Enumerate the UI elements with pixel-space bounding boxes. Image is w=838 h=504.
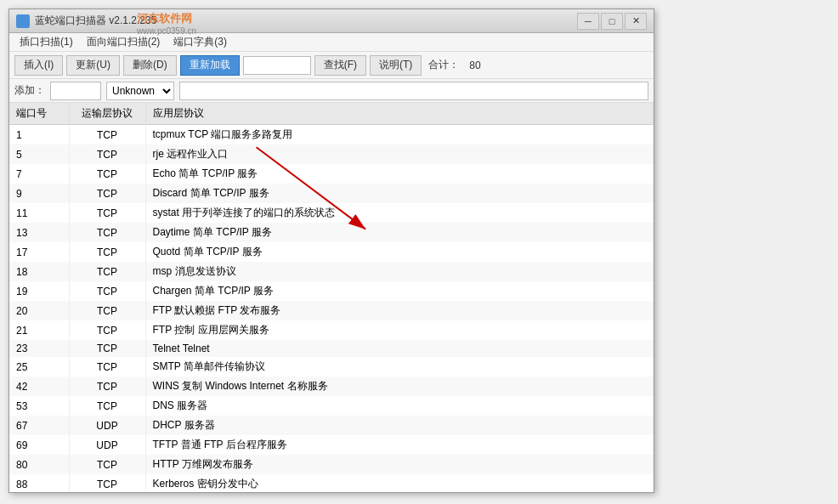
table-row[interactable]: 20TCPFTP 默认赖据 FTP 发布服务 — [9, 301, 654, 320]
cell-port: 19 — [9, 281, 69, 301]
cell-port: 17 — [9, 242, 69, 262]
add-label: 添加： — [14, 83, 45, 98]
cell-app: FTP 默认赖据 FTP 发布服务 — [145, 301, 654, 320]
add-desc-input[interactable] — [179, 82, 648, 100]
menu-item-scan1[interactable]: 插口扫描(1) — [13, 33, 80, 51]
find-button[interactable]: 查找(F) — [314, 55, 366, 76]
update-button[interactable]: 更新(U) — [66, 55, 120, 76]
table-row[interactable]: 25TCPSMTP 简单邮件传输协议 — [9, 357, 654, 377]
cell-app: tcpmux TCP 端口服务多路复用 — [145, 125, 654, 145]
cell-protocol: TCP — [69, 164, 145, 184]
reload-button[interactable]: 重新加载 — [180, 55, 240, 76]
cell-app: Daytime 简单 TCP/IP 服务 — [145, 223, 654, 242]
search-input[interactable] — [243, 56, 311, 75]
cell-port: 53 — [9, 396, 69, 416]
menu-item-dict[interactable]: 端口字典(3) — [167, 33, 234, 51]
table-body: 1TCPtcpmux TCP 端口服务多路复用5TCPrje 远程作业入口7TC… — [9, 125, 654, 493]
table-row[interactable]: 69UDPTFTP 普通 FTP 后台程序服务 — [9, 435, 654, 455]
cell-protocol: TCP — [69, 320, 145, 340]
table-row[interactable]: 1TCPtcpmux TCP 端口服务多路复用 — [9, 125, 654, 145]
table-container[interactable]: 端口号 运输层协议 应用层协议 1TCPtcpmux TCP 端口服务多路复用5… — [9, 103, 654, 492]
cell-port: 67 — [9, 416, 69, 435]
cell-port: 23 — [9, 340, 69, 357]
cell-port: 80 — [9, 455, 69, 474]
table-row[interactable]: 9TCPDiscard 简单 TCP/IP 服务 — [9, 184, 654, 203]
cell-app: Discard 简单 TCP/IP 服务 — [145, 184, 654, 203]
cell-port: 88 — [9, 474, 69, 492]
table-row[interactable]: 80TCPHTTP 万维网发布服务 — [9, 455, 654, 474]
cell-protocol: TCP — [69, 242, 145, 262]
maximize-button[interactable]: □ — [601, 13, 623, 30]
cell-app: DNS 服务器 — [145, 396, 654, 416]
cell-protocol: TCP — [69, 357, 145, 377]
table-row[interactable]: 5TCPrje 远程作业入口 — [9, 144, 654, 164]
add-bar: 添加： Unknown TCP UDP — [9, 79, 654, 103]
delete-button[interactable]: 删除(D) — [123, 55, 177, 76]
cell-app: Telnet Telnet — [145, 340, 654, 357]
cell-port: 42 — [9, 377, 69, 396]
table-row[interactable]: 19TCPChargen 简单 TCP/IP 服务 — [9, 281, 654, 301]
cell-port: 9 — [9, 184, 69, 203]
table-row[interactable]: 11TCPsystat 用于列举连接了的端口的系统状态 — [9, 203, 654, 223]
cell-port: 7 — [9, 164, 69, 184]
title-controls: ─ □ ✕ — [577, 13, 647, 30]
table-row[interactable]: 42TCPWINS 复制 Windows Internet 名称服务 — [9, 377, 654, 396]
cell-protocol: UDP — [69, 435, 145, 455]
cell-protocol: UDP — [69, 416, 145, 435]
cell-protocol: TCP — [69, 184, 145, 203]
cell-app: Chargen 简单 TCP/IP 服务 — [145, 281, 654, 301]
cell-app: WINS 复制 Windows Internet 名称服务 — [145, 377, 654, 396]
cell-port: 21 — [9, 320, 69, 340]
cell-port: 69 — [9, 435, 69, 455]
table-row[interactable]: 23TCPTelnet Telnet — [9, 340, 654, 357]
total-label: 合计： — [425, 58, 462, 72]
cell-protocol: TCP — [69, 223, 145, 242]
cell-app: FTP 控制 应用层网关服务 — [145, 320, 654, 340]
cell-protocol: TCP — [69, 125, 145, 145]
main-window: 蓝蛇端口扫描器 v2.1.2.235 河东软件网 www.pc0359.cn ─… — [8, 8, 654, 493]
table-row[interactable]: 13TCPDaytime 简单 TCP/IP 服务 — [9, 223, 654, 242]
cell-port: 1 — [9, 125, 69, 145]
protocol-select[interactable]: Unknown TCP UDP — [106, 82, 174, 100]
cell-app: systat 用于列举连接了的端口的系统状态 — [145, 203, 654, 223]
cell-app: TFTP 普通 FTP 后台程序服务 — [145, 435, 654, 455]
total-value: 80 — [466, 59, 484, 71]
cell-app: Quotd 简单 TCP/IP 服务 — [145, 242, 654, 262]
cell-protocol: TCP — [69, 474, 145, 492]
cell-port: 25 — [9, 357, 69, 377]
cell-app: Echo 简单 TCP/IP 服务 — [145, 164, 654, 184]
minimize-button[interactable]: ─ — [577, 13, 599, 30]
cell-protocol: TCP — [69, 262, 145, 281]
cell-app: SMTP 简单邮件传输协议 — [145, 357, 654, 377]
main-content: 端口号 运输层协议 应用层协议 1TCPtcpmux TCP 端口服务多路复用5… — [9, 103, 654, 492]
cell-protocol: TCP — [69, 455, 145, 474]
menu-item-scan2[interactable]: 面向端口扫描(2) — [80, 33, 167, 51]
cell-protocol: TCP — [69, 396, 145, 416]
cell-protocol: TCP — [69, 301, 145, 320]
title-bar-left: 蓝蛇端口扫描器 v2.1.2.235 — [16, 14, 156, 28]
table-row[interactable]: 7TCPEcho 简单 TCP/IP 服务 — [9, 164, 654, 184]
cell-app: HTTP 万维网发布服务 — [145, 455, 654, 474]
cell-port: 11 — [9, 203, 69, 223]
cell-protocol: TCP — [69, 340, 145, 357]
cell-protocol: TCP — [69, 144, 145, 164]
cell-app: DHCP 服务器 — [145, 416, 654, 435]
table-row[interactable]: 88TCPKerberos 密钥分发中心 — [9, 474, 654, 492]
cell-port: 13 — [9, 223, 69, 242]
table-row[interactable]: 53TCPDNS 服务器 — [9, 396, 654, 416]
table-header-row: 端口号 运输层协议 应用层协议 — [9, 103, 654, 125]
table-row[interactable]: 18TCPmsp 消息发送协议 — [9, 262, 654, 281]
table-row[interactable]: 21TCPFTP 控制 应用层网关服务 — [9, 320, 654, 340]
header-port: 端口号 — [9, 103, 69, 125]
close-button[interactable]: ✕ — [625, 13, 647, 30]
add-port-input[interactable] — [50, 82, 101, 100]
port-table: 端口号 运输层协议 应用层协议 1TCPtcpmux TCP 端口服务多路复用5… — [9, 103, 654, 492]
cell-protocol: TCP — [69, 281, 145, 301]
desc-button[interactable]: 说明(T) — [370, 55, 422, 76]
cell-app: rje 远程作业入口 — [145, 144, 654, 164]
table-row[interactable]: 17TCPQuotd 简单 TCP/IP 服务 — [9, 242, 654, 262]
header-app: 应用层协议 — [145, 103, 654, 125]
insert-button[interactable]: 插入(I) — [14, 55, 63, 76]
table-row[interactable]: 67UDPDHCP 服务器 — [9, 416, 654, 435]
cell-app: Kerberos 密钥分发中心 — [145, 474, 654, 492]
